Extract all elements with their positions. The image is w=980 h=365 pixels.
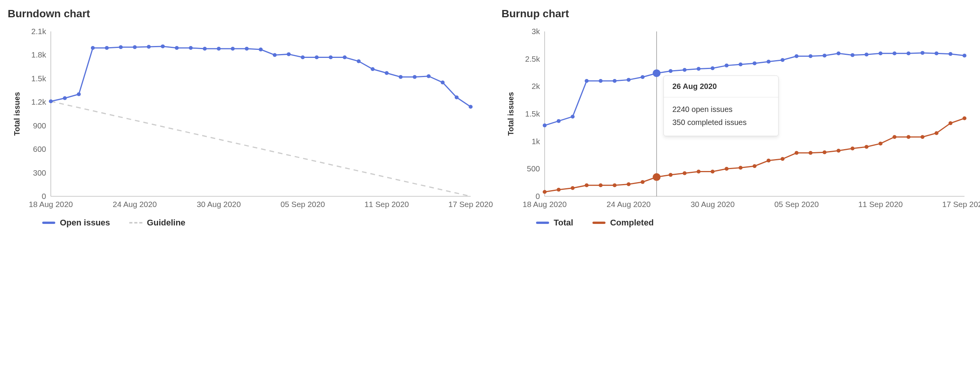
svg-point-84 <box>808 54 812 58</box>
legend-swatch-open <box>42 222 55 224</box>
svg-point-99 <box>585 183 589 187</box>
legend-label-completed: Completed <box>610 218 654 228</box>
svg-point-102 <box>627 182 630 186</box>
chart-tooltip: 26 Aug 2020 2240 open issues 350 complet… <box>663 76 779 136</box>
svg-point-112 <box>767 159 770 163</box>
svg-text:1.2k: 1.2k <box>31 98 47 106</box>
svg-point-106 <box>683 171 686 175</box>
legend-label-guideline: Guideline <box>147 218 185 228</box>
svg-point-80 <box>752 61 756 65</box>
svg-point-95 <box>962 54 966 58</box>
svg-point-103 <box>641 180 645 184</box>
svg-point-78 <box>724 64 728 67</box>
svg-point-120 <box>879 141 883 145</box>
tooltip-completed-issues: 350 completed issues <box>672 116 770 129</box>
svg-point-27 <box>189 46 193 50</box>
burnup-title: Burnup chart <box>502 8 972 20</box>
svg-text:1.5k: 1.5k <box>525 110 541 118</box>
svg-point-128 <box>653 173 660 181</box>
legend-total[interactable]: Total <box>536 218 573 228</box>
svg-point-17 <box>49 99 53 103</box>
legend-label-open: Open issues <box>60 218 110 228</box>
svg-point-74 <box>669 69 673 73</box>
svg-point-35 <box>301 56 305 59</box>
svg-point-83 <box>795 54 799 58</box>
burnup-chart[interactable]: 05001k1.5k2k2.5k3k18 Aug 202024 Aug 2020… <box>502 28 972 212</box>
svg-point-42 <box>399 75 403 79</box>
svg-point-101 <box>613 183 617 187</box>
svg-point-30 <box>231 47 234 51</box>
svg-point-37 <box>329 56 333 59</box>
svg-point-65 <box>543 123 546 127</box>
svg-text:30 Aug 2020: 30 Aug 2020 <box>197 200 241 209</box>
svg-point-114 <box>795 151 799 155</box>
legend-open-issues[interactable]: Open issues <box>42 218 110 228</box>
svg-text:18 Aug 2020: 18 Aug 2020 <box>29 200 73 209</box>
svg-point-89 <box>879 51 883 55</box>
svg-point-41 <box>385 71 389 75</box>
svg-text:Total issues: Total issues <box>506 92 515 136</box>
svg-point-29 <box>217 47 221 51</box>
svg-point-34 <box>287 52 290 56</box>
svg-point-32 <box>259 48 262 51</box>
svg-text:900: 900 <box>33 122 46 130</box>
svg-point-108 <box>711 170 714 174</box>
svg-text:500: 500 <box>527 165 540 173</box>
svg-point-91 <box>907 51 911 55</box>
svg-point-26 <box>175 46 179 50</box>
svg-text:24 Aug 2020: 24 Aug 2020 <box>607 200 651 209</box>
svg-point-115 <box>808 151 812 155</box>
svg-point-90 <box>893 51 896 55</box>
svg-text:1.5k: 1.5k <box>31 74 47 83</box>
svg-point-43 <box>413 75 417 79</box>
svg-text:05 Sep 2020: 05 Sep 2020 <box>280 200 325 209</box>
svg-text:Total issues: Total issues <box>12 92 21 136</box>
svg-text:11 Sep 2020: 11 Sep 2020 <box>365 200 409 209</box>
svg-text:1k: 1k <box>532 137 540 146</box>
svg-text:17 Sep 2020: 17 Sep 2020 <box>942 200 980 209</box>
svg-point-116 <box>823 150 827 154</box>
tooltip-date: 26 Aug 2020 <box>664 76 778 97</box>
svg-point-76 <box>697 67 701 71</box>
svg-text:3k: 3k <box>532 27 540 36</box>
svg-text:2k: 2k <box>532 82 540 91</box>
svg-point-85 <box>823 54 827 58</box>
svg-point-23 <box>133 45 137 49</box>
svg-point-36 <box>315 56 318 59</box>
svg-text:30 Aug 2020: 30 Aug 2020 <box>691 200 735 209</box>
svg-point-77 <box>711 66 714 70</box>
svg-point-71 <box>627 78 630 82</box>
svg-point-19 <box>77 92 81 96</box>
burndown-chart[interactable]: 03006009001.2k1.5k1.8k2.1k18 Aug 202024 … <box>8 28 478 212</box>
burnup-legend: Total Completed <box>536 218 972 228</box>
legend-swatch-completed <box>592 222 605 224</box>
svg-point-45 <box>441 81 444 84</box>
svg-point-125 <box>949 121 952 125</box>
svg-point-109 <box>724 167 728 171</box>
svg-point-111 <box>752 164 756 168</box>
svg-point-21 <box>105 46 109 50</box>
svg-text:600: 600 <box>33 145 46 153</box>
svg-point-28 <box>203 47 207 51</box>
legend-swatch-guideline <box>129 222 142 224</box>
burnup-panel: Burnup chart 05001k1.5k2k2.5k3k18 Aug 20… <box>502 8 972 228</box>
svg-point-25 <box>161 44 165 48</box>
legend-guideline[interactable]: Guideline <box>129 218 185 228</box>
svg-point-96 <box>543 190 546 194</box>
svg-point-105 <box>669 173 673 177</box>
svg-point-92 <box>921 51 924 55</box>
svg-text:0: 0 <box>536 192 540 201</box>
svg-text:0: 0 <box>42 192 46 201</box>
svg-point-70 <box>613 79 617 83</box>
svg-point-66 <box>557 119 561 123</box>
svg-point-82 <box>780 58 784 62</box>
svg-point-31 <box>245 47 249 51</box>
svg-point-127 <box>653 69 660 77</box>
svg-point-97 <box>557 188 561 192</box>
svg-text:24 Aug 2020: 24 Aug 2020 <box>113 200 157 209</box>
svg-point-122 <box>907 135 911 139</box>
svg-point-88 <box>865 53 868 56</box>
svg-point-100 <box>599 183 602 187</box>
svg-point-47 <box>469 105 472 109</box>
legend-completed[interactable]: Completed <box>592 218 654 228</box>
